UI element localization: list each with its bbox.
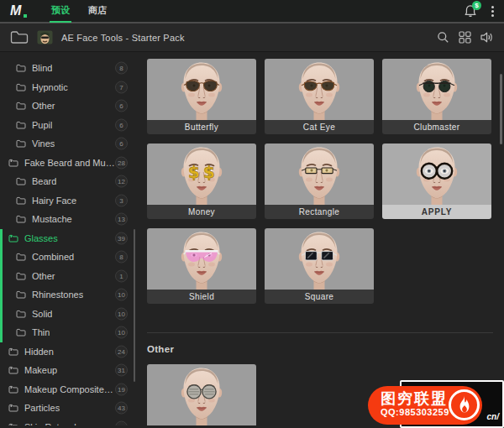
sidebar-item-label: Solid: [32, 309, 52, 319]
preset-card-square[interactable]: Square: [265, 228, 374, 304]
item-count-badge: 12: [115, 175, 128, 188]
sidebar-item-label: Pupil: [32, 120, 52, 130]
speaker-icon: [480, 31, 494, 44]
sidebar-item-solid[interactable]: Solid10: [0, 305, 139, 324]
sidebar-item-mustache[interactable]: Mustache13: [0, 210, 139, 229]
folder-icon: [16, 290, 26, 299]
path-bar: AE Face Tools - Starter Pack: [0, 23, 504, 52]
active-group: Glasses39 Combined8 Other1 Rhinestones10…: [0, 229, 139, 342]
preset-card-cat-eye[interactable]: Cat Eye: [265, 59, 374, 134]
kebab-dot: [491, 14, 494, 17]
svg-text:$: $: [188, 162, 200, 182]
sidebar-item-makeup[interactable]: Makeup31: [0, 361, 139, 380]
folder-icon: [8, 159, 18, 167]
sidebar-item-other[interactable]: Other1: [0, 267, 139, 286]
pack-title: AE Face Tools - Starter Pack: [61, 33, 185, 43]
sidebar-item-makeup-composite-16-bpc-[interactable]: Makeup Composite (16 bpc)19: [0, 380, 139, 399]
folder-icon: [16, 102, 26, 110]
item-count-badge: 10: [115, 307, 128, 320]
content-area: Blind8 Hypnotic7 Other6 Pupil6 Vines6 Fa…: [0, 52, 504, 425]
motion-bro-panel: M 预设商店 $: [0, 0, 504, 428]
folder-icon: [16, 139, 26, 148]
main-scrollbar[interactable]: [500, 74, 502, 144]
preset-thumbnail: [147, 59, 256, 120]
more-menu-button[interactable]: [490, 4, 496, 18]
sound-toggle-button[interactable]: [480, 31, 494, 44]
top-tabs: 预设商店: [42, 0, 116, 23]
kebab-dot: [491, 6, 494, 8]
sidebar-item-label: Other: [32, 101, 55, 111]
kebab-dot: [491, 10, 494, 13]
preset-card[interactable]: APPLY: [382, 144, 491, 219]
preset-name: Shield: [147, 290, 256, 304]
sidebar-item-label: Other: [32, 271, 55, 281]
item-count-badge: 13: [115, 213, 128, 226]
preset-card-butterfly[interactable]: Butterfly: [147, 59, 256, 134]
sidebar-item-combined[interactable]: Combined8: [0, 248, 139, 267]
top-bar: M 预设商店 $: [0, 0, 504, 23]
sidebar-item-hidden[interactable]: Hidden24: [0, 342, 139, 362]
sidebar-item-skin-retouch[interactable]: Skin Retouch: [0, 418, 139, 426]
preset-card[interactable]: [147, 364, 256, 425]
preset-card-rectangle[interactable]: Rectangle: [265, 144, 374, 219]
sidebar-item-thin[interactable]: Thin10: [0, 323, 139, 342]
apply-button-label[interactable]: APPLY: [382, 205, 491, 219]
folder-icon: [16, 64, 26, 72]
sidebar-item-label: Vines: [32, 138, 55, 149]
sidebar-item-label: Makeup: [24, 365, 57, 375]
preset-thumbnail: $ $: [147, 144, 256, 205]
sidebar-item-rhinestones[interactable]: Rhinestones10: [0, 285, 139, 305]
sidebar-item-pupil[interactable]: Pupil6: [0, 116, 139, 135]
sale-badge: $: [472, 1, 481, 10]
topbar-actions: $: [463, 3, 496, 18]
folder-icon: [16, 253, 26, 261]
sidebar-item-label: Glasses: [24, 233, 58, 243]
item-count-badge: 6: [115, 118, 128, 131]
preset-name: Square: [265, 290, 374, 304]
folder-icon: [8, 423, 18, 425]
folder-icon: [16, 215, 26, 223]
preset-thumbnail: [147, 228, 256, 290]
folder-icon: [16, 177, 26, 185]
item-count-badge: 7: [115, 81, 128, 93]
folder-icon: [16, 310, 26, 318]
tab-presets[interactable]: 预设: [50, 0, 71, 23]
tab-store[interactable]: 商店: [87, 0, 108, 23]
preset-card-money[interactable]: $ $ Money: [147, 144, 256, 219]
sidebar-item-blind[interactable]: Blind8: [0, 59, 139, 78]
sidebar-item-glasses[interactable]: Glasses39: [0, 229, 139, 248]
section-divider: [147, 332, 493, 333]
preset-thumbnail: [265, 59, 374, 120]
item-count-badge: 19: [115, 383, 128, 395]
motion-bro-logo-icon[interactable]: M: [10, 3, 29, 19]
logo-green-dot: [24, 14, 27, 18]
sidebar-item-fake-beard-and-mustache[interactable]: Fake Beard and Mustache28: [0, 154, 139, 173]
sidebar-item-label: Hypnotic: [32, 82, 68, 92]
sidebar-item-hairy-face[interactable]: Hairy Face3: [0, 191, 139, 211]
sidebar-item-label: Blind: [32, 63, 52, 73]
sidebar-item-vines[interactable]: Vines6: [0, 134, 139, 154]
item-count-badge: 8: [115, 62, 128, 75]
sidebar-item-particles[interactable]: Particles43: [0, 399, 139, 418]
preset-card-shield[interactable]: Shield: [147, 228, 256, 304]
sidebar-item-other[interactable]: Other6: [0, 97, 139, 116]
sidebar-item-label: Fake Beard and Mustache: [24, 158, 115, 168]
preset-grid: [147, 364, 504, 425]
tab-label: 商店: [88, 4, 107, 17]
folder-icon: [8, 385, 18, 394]
item-count-badge: [115, 420, 128, 425]
preset-thumbnail: [382, 59, 491, 120]
sidebar-item-label: Rhinestones: [32, 290, 83, 300]
item-count-badge: 39: [115, 232, 128, 244]
folder-icon: [8, 234, 18, 243]
notifications-button[interactable]: $: [463, 3, 478, 18]
folder-up-button[interactable]: [10, 30, 29, 44]
sidebar-item-hypnotic[interactable]: Hypnotic7: [0, 78, 139, 97]
search-button[interactable]: [437, 31, 449, 44]
grid-view-button[interactable]: [459, 31, 471, 44]
sidebar-scrollbar[interactable]: [134, 229, 135, 382]
preset-name: Money: [147, 205, 256, 219]
preset-card-clubmaster[interactable]: Clubmaster: [382, 59, 491, 134]
sidebar-item-beard[interactable]: Beard12: [0, 172, 139, 191]
preset-name: Clubmaster: [382, 120, 491, 134]
